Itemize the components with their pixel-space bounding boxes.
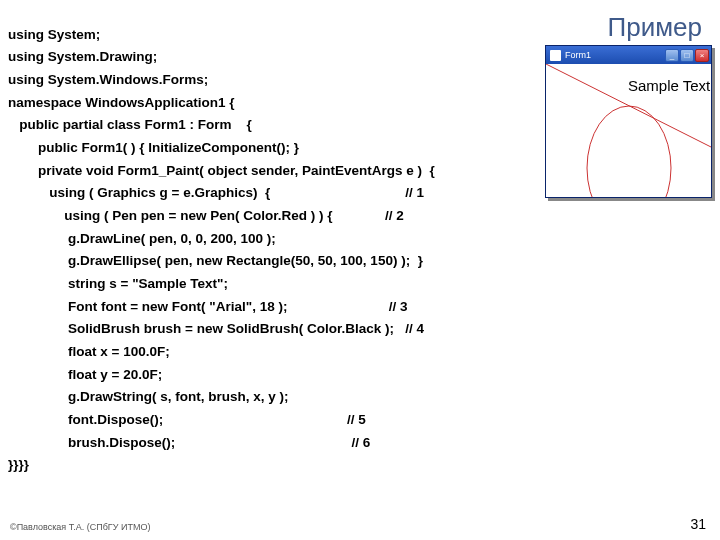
app-icon	[550, 50, 561, 61]
footer-text: ©Павловская Т.А. (СПбГУ ИТМО)	[10, 522, 150, 532]
window-title: Form1	[565, 50, 664, 60]
slide-title: Пример	[608, 12, 702, 43]
titlebar: Form1 _ □ ×	[546, 46, 711, 64]
form-window: Form1 _ □ × Sample Text	[545, 45, 712, 198]
close-button[interactable]: ×	[695, 49, 709, 62]
form-canvas: Sample Text	[546, 64, 711, 197]
minimize-button[interactable]: _	[665, 49, 679, 62]
code-block: using System; using System.Drawing; usin…	[8, 24, 435, 477]
drawing-svg: Sample Text	[546, 64, 711, 197]
drawn-ellipse	[587, 106, 671, 197]
slide: Пример using System; using System.Drawin…	[0, 0, 720, 540]
page-number: 31	[690, 516, 706, 532]
drawn-text: Sample Text	[628, 77, 711, 94]
maximize-button[interactable]: □	[680, 49, 694, 62]
